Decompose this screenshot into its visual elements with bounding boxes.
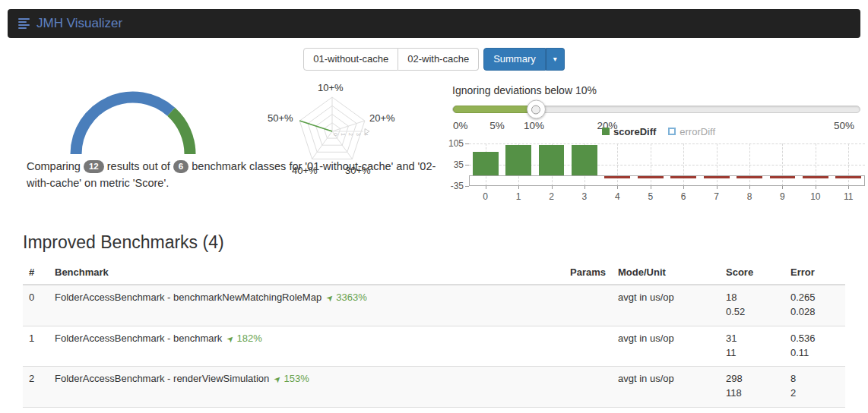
improvement-arrow-icon: ➤ (271, 373, 285, 386)
benchmark-name: FolderAccessBenchmark - benchmark (55, 333, 222, 344)
score-primary: 298 (726, 372, 778, 386)
error-secondary: 2 (790, 386, 839, 401)
summary-dropdown-caret-icon[interactable]: ▾ (546, 48, 565, 71)
score-secondary: 118 (726, 386, 778, 401)
gauge-arc-blue (76, 97, 171, 154)
improvement-percent: 3363% (336, 292, 366, 303)
score-diff-bar (572, 145, 597, 175)
results-count-badge: 12 (84, 160, 104, 173)
x-axis-tick (486, 186, 486, 189)
radar-radial-tick: 4 (363, 133, 369, 136)
radar-axis-label: 50+% (268, 112, 293, 124)
radar-grid: 01234 (257, 80, 420, 186)
app-brand[interactable]: JMH Visualizer (36, 16, 122, 31)
x-axis-tick (848, 186, 849, 189)
mode-unit-cell: avgt in us/op (612, 285, 720, 326)
x-axis-tick (518, 186, 519, 189)
radar-axis-label: 40+% (292, 165, 318, 176)
benchmark-name: FolderAccessBenchmark - renderViewSimula… (55, 373, 269, 384)
benchmark-row[interactable]: 0 FolderAccessBenchmark - benchmarkNewMa… (23, 285, 845, 326)
header-mode-unit: Mode/Unit (612, 260, 720, 285)
legend-item-scoreDiff[interactable]: scoreDiff (602, 126, 656, 137)
score-secondary: 11 (726, 346, 778, 361)
y-axis-tick (465, 186, 469, 187)
row-index: 3 (23, 408, 49, 413)
navbar: JMH Visualizer (8, 9, 860, 38)
x-axis-label: 6 (681, 191, 686, 202)
radar-radial-tick: 1 (341, 133, 346, 136)
params-cell (448, 367, 612, 408)
header-benchmark: Benchmark (49, 260, 448, 285)
score-diff-bar (670, 176, 696, 178)
params-cell (448, 408, 612, 413)
x-axis-tick (584, 186, 585, 189)
x-axis-label: 11 (844, 191, 853, 202)
improvement-percent: 182% (237, 333, 262, 344)
header-error: Error (784, 260, 845, 285)
radar-axis-label: 30+% (345, 165, 371, 176)
score-diff-bar (604, 176, 630, 178)
x-axis-label: 9 (780, 191, 785, 202)
x-axis-label: 4 (615, 191, 620, 202)
header-index: # (23, 260, 49, 285)
score-diff-bar (704, 176, 730, 178)
x-axis-tick (617, 186, 618, 189)
error-primary: 0.265 (790, 291, 839, 305)
slider-handle[interactable] (527, 100, 546, 119)
y-axis-label: 35 (454, 159, 464, 170)
y-axis-tick (465, 143, 469, 144)
x-axis-tick (717, 186, 718, 189)
hamburger-menu-icon[interactable] (18, 18, 30, 29)
run-tabs: 01-without-cache 02-with-cache Summary ▾ (0, 48, 868, 71)
x-axis-tick (651, 186, 651, 189)
error-secondary: 0.11 (790, 346, 839, 361)
tab-summary[interactable]: Summary (483, 48, 546, 71)
radar-axis-label: 10+% (318, 82, 344, 93)
benchmark-row[interactable]: 3 CascBenchmark - benchmark➤76.723299287… (23, 408, 845, 413)
table-header-row: # Benchmark Params Mode/Unit Score Error (23, 260, 845, 285)
error-primary: 8 (790, 372, 839, 386)
score-diff-bar (539, 145, 565, 175)
x-axis-label: 8 (747, 191, 752, 202)
error-primary: 0.536 (790, 332, 839, 346)
tab-run-1[interactable]: 01-without-cache (303, 48, 398, 71)
row-index: 1 (23, 326, 49, 367)
radar-radial-tick: 0 (333, 133, 338, 136)
x-axis-label: 10 (810, 191, 820, 202)
benchmark-row[interactable]: 1 FolderAccessBenchmark - benchmark➤182%… (23, 326, 845, 367)
score-diff-bar (638, 176, 664, 178)
slider-label: Ignoring deviations below 10% (452, 84, 860, 96)
legend-label: scoreDiff (613, 126, 656, 137)
benchmark-name: FolderAccessBenchmark - benchmarkNewMatc… (55, 292, 322, 303)
radar-chart: 01234 10+%20+%30+%40+%50+% (257, 80, 420, 186)
slider-track[interactable] (452, 106, 860, 113)
params-cell (448, 326, 612, 367)
improvement-arrow-icon: ➤ (224, 333, 238, 346)
improvement-arrow-icon: ➤ (324, 292, 337, 305)
y-axis-label: 105 (448, 138, 464, 149)
legend-item-errorDiff[interactable]: errorDiff (668, 126, 715, 137)
x-axis-tick (552, 186, 553, 189)
x-axis-label: 7 (714, 191, 719, 202)
legend-label: errorDiff (680, 126, 715, 137)
score-diff-bar (835, 176, 861, 178)
radar-radial-tick: 2 (348, 133, 353, 136)
tab-run-2[interactable]: 02-with-cache (398, 48, 479, 71)
improvement-percent: 153% (284, 373, 309, 384)
score-diff-bar (473, 152, 499, 175)
radar-axis-label: 20+% (369, 112, 395, 124)
bar-chart-plot: 0123456789101110535-35 (469, 143, 865, 186)
bar-chart-legend: scoreDifferrorDiff (451, 125, 866, 137)
benchmark-row[interactable]: 2 FolderAccessBenchmark - renderViewSimu… (23, 367, 845, 408)
score-diff-bar (770, 176, 796, 178)
x-axis-label: 1 (516, 191, 521, 202)
diff-bar-chart: scoreDifferrorDiff 0123456789101110535-3… (451, 125, 866, 186)
x-axis-tick (816, 186, 816, 189)
legend-swatch-icon (668, 128, 676, 135)
gauge-arc-green (171, 112, 190, 154)
params-cell (448, 285, 612, 326)
x-axis-tick (782, 186, 783, 189)
x-axis-label: 2 (549, 191, 554, 202)
score-secondary: 0.52 (726, 305, 778, 320)
y-axis-label: -35 (451, 181, 464, 191)
